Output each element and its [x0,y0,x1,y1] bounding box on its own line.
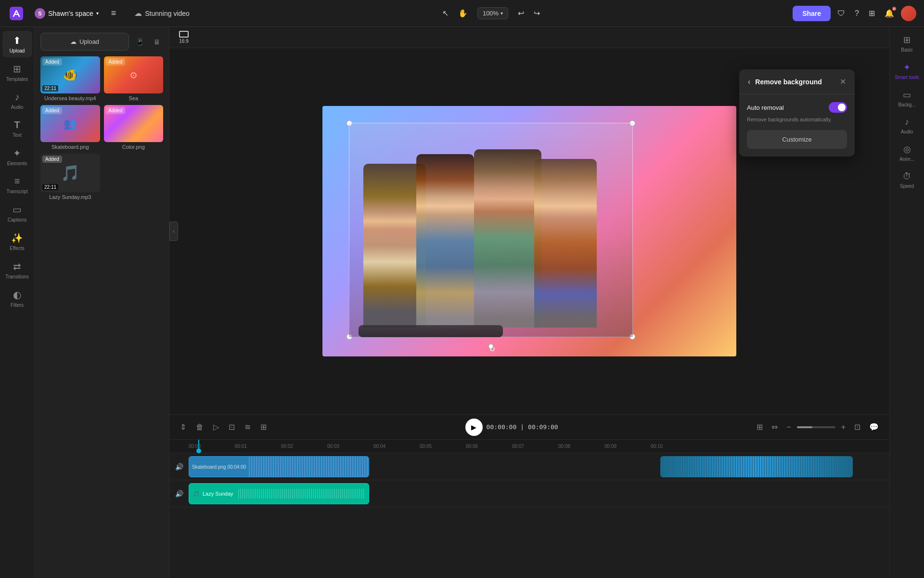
notification-badge[interactable]: 🔔 8 [882,6,897,21]
collapse-panel-button[interactable]: ‹ [169,222,178,241]
audio-track-content[interactable]: 🎵 Lazy Sunday [189,480,889,507]
media-thumb-color[interactable]: Added [104,105,164,142]
right-item-speed[interactable]: ⏱ Speed [892,168,922,193]
upload-button[interactable]: ☁ Upload [40,33,129,51]
right-item-audio[interactable]: ♪ Audio [892,113,922,138]
redo-button[interactable]: ↪ [530,6,544,21]
added-badge-skateboard: Added [42,107,62,114]
sidebar-item-effects[interactable]: ✨ Effects [2,228,32,255]
user-avatar[interactable] [901,6,916,21]
share-button[interactable]: Share [793,6,831,21]
captions-icon: ▭ [13,204,22,215]
video-track: 🔊 Skateboard.png 00:04:00 [169,453,889,480]
help-button[interactable]: ? [852,6,862,21]
upload-cloud-icon: ☁ [70,38,77,45]
desktop-view-button[interactable]: 🖥 [151,36,163,48]
right-audio-icon: ♪ [905,117,909,127]
mobile-view-button[interactable]: 📱 [133,36,147,48]
media-item-sea[interactable]: Added ⊙ Sea [104,56,164,101]
sidebar-item-text[interactable]: T Text [2,116,32,142]
sidebar-item-upload[interactable]: ⬆ Upload [2,31,32,57]
customize-button[interactable]: Customize [747,130,847,149]
select-tool-button[interactable]: ↖ [438,6,452,21]
zoom-out-button[interactable]: − [783,420,794,434]
label-color: Color.png [104,144,164,150]
scenes-button[interactable]: ⊞ [754,420,766,434]
right-label-audio: Audio [901,129,913,134]
workspace-button[interactable]: S Shawn's space ▾ [31,5,103,22]
canvas-image-skateboard[interactable] [349,123,633,337]
media-item-music[interactable]: 🎵 Added 22:11 Lazy Sunday.mp3 [40,154,100,200]
sidebar-item-captions[interactable]: ▭ Captions [2,200,32,226]
canvas-frame[interactable]: ↻ [322,106,736,356]
media-item-undersea[interactable]: 🐠 Added 22:11 Undersea beauty.mp4 [40,56,100,101]
pan-tool-button[interactable]: ✋ [454,6,472,21]
clip-music-label: Lazy Sunday [203,491,233,497]
timeline-area: ⇕ 🗑 ▷ ⊡ ≋ ⊞ ▶ 00:00:00 | 00:09:00 ⊞ ⇔ − [169,414,889,578]
flip-button[interactable]: ≋ [242,420,254,434]
clip-skateboard[interactable]: Skateboard.png 00:04:00 [189,456,369,477]
right-item-basic[interactable]: ⊞ Basic [892,31,922,56]
music-note-icon: 🎵 [193,491,200,497]
caption-button[interactable]: 💬 [866,420,882,434]
delete-button[interactable]: 🗑 [193,420,206,434]
zoom-slider[interactable] [797,426,835,428]
filters-icon: ◐ [13,289,21,301]
split-button[interactable]: ⇕ [177,420,189,434]
sidebar-label-effects: Effects [10,246,24,251]
auto-removal-toggle[interactable] [829,102,847,113]
media-thumb-sea[interactable]: Added ⊙ [104,56,164,93]
app-logo[interactable] [8,5,25,22]
ruler-mark-6: 00:06 [466,444,512,449]
loop-button[interactable]: ▷ [210,420,222,434]
video-track-label[interactable]: 🔊 [169,453,189,480]
timeline-tracks[interactable]: 00:00 00:01 00:02 00:03 00:04 00:05 00:0… [169,440,889,578]
panel-back-button[interactable]: ‹ [747,77,751,87]
sidebar-item-elements[interactable]: ✦ Elements [2,144,32,170]
crop-button[interactable]: ⊡ [226,420,238,434]
right-item-animate[interactable]: ◎ Anim... [892,140,922,166]
split-view-button[interactable]: ⇔ [769,420,781,434]
play-button[interactable]: ▶ [465,419,483,436]
ruler-marks: 00:00 00:01 00:02 00:03 00:04 00:05 00:0… [189,444,697,449]
ruler-mark-2: 00:02 [281,444,327,449]
auto-removal-label: Auto removal [747,104,784,111]
undo-button[interactable]: ↩ [514,6,528,21]
added-badge-undersea: Added [42,58,62,66]
media-thumb-music[interactable]: 🎵 Added 22:11 [40,154,100,192]
right-item-smart-tools[interactable]: ✦ Smart tools [892,58,922,84]
aspect-ratio-button[interactable]: 16:9 [175,29,192,46]
ruler-mark-1: 00:01 [235,444,281,449]
menu-button[interactable]: ≡ [108,5,119,21]
panel-close-button[interactable]: ✕ [839,76,847,87]
sidebar-item-transcript[interactable]: ≡ Transcript [2,172,32,198]
zoom-control[interactable]: 100% ▾ [477,7,508,19]
media-thumb-undersea[interactable]: 🐠 Added 22:11 [40,56,100,93]
timeline-right-controls: ⊞ ⇔ − + ⊡ 💬 [754,420,882,434]
sidebar-item-filters[interactable]: ◐ Filters [2,285,32,312]
right-label-background: Backg... [898,102,915,107]
video-track-content[interactable]: Skateboard.png 00:04:00 [189,453,889,480]
media-thumb-skateboard[interactable]: 👥 Added [40,105,100,142]
zoom-in-button[interactable]: + [838,420,848,434]
media-grid: 🐠 Added 22:11 Undersea beauty.mp4 Added … [40,56,163,200]
topbar-right: Share 🛡 ? ⊞ 🔔 8 [793,6,916,21]
upload-label: Upload [79,38,99,45]
canvas-area: 16:9 [169,27,889,578]
sidebar-item-transitions[interactable]: ⇄ Transitions [2,257,32,283]
workspace-name: Shawn's space [48,10,93,17]
project-name-area: ☁ Stunning video [134,9,190,18]
audio-track-label[interactable]: 🔊 [169,480,189,507]
more-button[interactable]: ⊞ [257,420,270,434]
media-item-color[interactable]: Added Color.png [104,105,164,150]
right-item-background[interactable]: ▭ Backg... [892,86,922,111]
shield-button[interactable]: 🛡 [834,6,848,21]
media-item-skateboard[interactable]: 👥 Added Skateboard.png [40,105,100,150]
sidebar-item-templates[interactable]: ⊞ Templates [2,59,32,86]
sidebar-item-audio[interactable]: ♪ Audio [2,88,32,114]
clip-music[interactable]: 🎵 Lazy Sunday [189,483,369,504]
clip-undersea[interactable] [660,456,853,477]
speed-icon: ⏱ [903,171,911,182]
fit-button[interactable]: ⊡ [851,420,863,434]
grid-button[interactable]: ⊞ [866,6,878,21]
